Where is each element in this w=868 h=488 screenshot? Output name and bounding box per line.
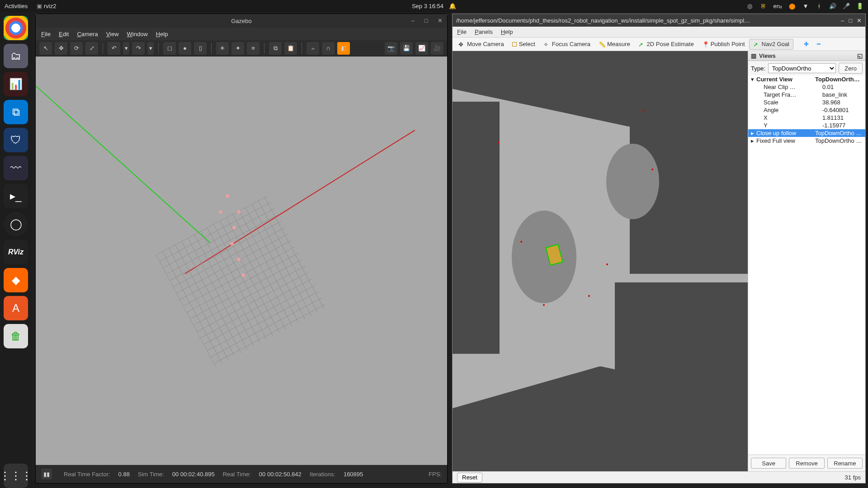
maximize-button[interactable]: □ bbox=[422, 16, 431, 25]
minimize-button[interactable]: – bbox=[408, 16, 417, 25]
menu-view[interactable]: View bbox=[106, 31, 119, 38]
cylinder-primitive-icon[interactable]: ▯ bbox=[194, 42, 207, 55]
tool-nav2-goal[interactable]: ➚Nav2 Goal bbox=[749, 39, 793, 50]
screen-record-icon[interactable]: ⬤ bbox=[788, 3, 796, 10]
dock-vscode[interactable]: ⧉ bbox=[4, 100, 28, 124]
realtime-value: 00 00:02:50.842 bbox=[259, 471, 302, 478]
menu-panels[interactable]: Panels bbox=[475, 28, 493, 35]
rviz-menubar: File Panels Help bbox=[453, 27, 865, 38]
dock-gazebo[interactable]: ◆ bbox=[4, 268, 28, 292]
dock-terminal[interactable]: ▸_ bbox=[4, 184, 28, 208]
undo-icon[interactable]: ↶ bbox=[108, 42, 120, 55]
menu-window[interactable]: Window bbox=[127, 31, 148, 38]
sim-obstacle bbox=[237, 258, 241, 261]
fps-display: 31 fps bbox=[845, 474, 861, 481]
rotate-tool-icon[interactable]: ⟳ bbox=[70, 42, 83, 55]
sphere-primitive-icon[interactable]: ● bbox=[179, 42, 191, 55]
activities-button[interactable]: Activities bbox=[5, 3, 28, 9]
panel-float-icon[interactable]: ◱ bbox=[857, 52, 863, 59]
light-dir-icon[interactable]: ≡ bbox=[247, 42, 259, 55]
log-icon[interactable]: 💾 bbox=[400, 42, 413, 55]
app-indicator[interactable]: ▣ rviz2 bbox=[37, 3, 56, 9]
nav2-icon: ➚ bbox=[753, 41, 760, 47]
rviz-titlebar[interactable]: /home/jefferson/Documents/phd_thesis/ros… bbox=[453, 14, 865, 27]
rviz-window: /home/jefferson/Documents/phd_thesis/ros… bbox=[452, 14, 866, 483]
focus-icon: ✧ bbox=[543, 41, 550, 47]
minimize-button[interactable]: – bbox=[841, 17, 844, 24]
rviz-toolbar: ✥Move Camera Select ✧Focus Camera 📏Measu… bbox=[453, 38, 865, 51]
mic-icon[interactable]: 🎤 bbox=[843, 3, 850, 10]
light-point-icon[interactable]: ☀ bbox=[216, 42, 229, 55]
dock-rviz[interactable]: RViz bbox=[4, 240, 28, 264]
sim-obstacle bbox=[230, 242, 234, 245]
snap-icon[interactable]: ∩ bbox=[322, 42, 335, 55]
zero-button[interactable]: Zero bbox=[839, 63, 863, 74]
dock-security[interactable]: 🛡 bbox=[4, 128, 28, 152]
scale-tool-icon[interactable]: ⤢ bbox=[85, 42, 98, 55]
gazebo-3d-view[interactable] bbox=[36, 56, 447, 465]
align-icon[interactable]: ⫠ bbox=[307, 42, 319, 55]
close-button[interactable]: ✕ bbox=[435, 16, 444, 25]
menu-file[interactable]: File bbox=[41, 31, 51, 38]
dock-activity[interactable]: 〰 bbox=[4, 156, 28, 180]
maximize-button[interactable]: □ bbox=[849, 17, 852, 24]
copy-icon[interactable]: ⧉ bbox=[269, 42, 282, 55]
tool-select[interactable]: Select bbox=[508, 39, 539, 50]
clock[interactable]: Sep 3 16:54 bbox=[412, 3, 443, 9]
reset-button[interactable]: Reset bbox=[457, 473, 482, 483]
wifi-icon[interactable]: ▼ bbox=[802, 3, 809, 10]
tool-publish-point[interactable]: 📍Publish Point bbox=[698, 39, 749, 50]
sim-obstacle bbox=[241, 273, 245, 277]
box-primitive-icon[interactable]: ◻ bbox=[163, 42, 176, 55]
tool-move-camera[interactable]: ✥Move Camera bbox=[454, 39, 508, 50]
close-button[interactable]: ✕ bbox=[857, 17, 862, 24]
select-tool-icon[interactable]: ↖ bbox=[39, 42, 52, 55]
dock-trash[interactable]: 🗑 bbox=[4, 324, 28, 348]
menu-edit[interactable]: Edit bbox=[59, 31, 69, 38]
gazebo-window: Gazebo – □ ✕ File Edit Camera View Windo… bbox=[35, 14, 448, 483]
menu-file[interactable]: File bbox=[457, 28, 467, 35]
views-panel-header[interactable]: ▥ Views ◱ bbox=[748, 51, 865, 61]
rviz-3d-view[interactable] bbox=[453, 51, 748, 471]
dock-chrome[interactable] bbox=[4, 16, 28, 40]
tool-add[interactable]: ✚ bbox=[800, 39, 813, 50]
rename-view-button[interactable]: Rename bbox=[827, 458, 863, 469]
paste-icon[interactable]: 📋 bbox=[284, 42, 297, 55]
undo-dropdown-icon[interactable]: ▾ bbox=[123, 42, 129, 55]
record-icon[interactable]: 🎥 bbox=[431, 42, 443, 55]
volume-icon[interactable]: 🔊 bbox=[829, 3, 836, 10]
menu-help[interactable]: Help bbox=[501, 28, 513, 35]
move-camera-icon: ✥ bbox=[458, 41, 465, 47]
bluetooth-icon[interactable]: ᚼ bbox=[816, 3, 823, 10]
obs-tray-icon[interactable]: ◎ bbox=[746, 3, 754, 10]
tool-focus-camera[interactable]: ✧Focus Camera bbox=[539, 39, 594, 50]
menu-camera[interactable]: Camera bbox=[77, 31, 98, 38]
menu-help[interactable]: Help bbox=[156, 31, 168, 38]
ground-grid bbox=[156, 196, 327, 367]
redo-icon[interactable]: ↷ bbox=[132, 42, 145, 55]
dock-monitor[interactable]: 📊 bbox=[4, 72, 28, 96]
pause-button[interactable]: ▮▮ bbox=[41, 469, 52, 479]
remove-view-button[interactable]: Remove bbox=[789, 458, 824, 469]
notification-icon[interactable]: 🔔 bbox=[449, 3, 456, 10]
input-language[interactable]: en₂ bbox=[774, 3, 782, 9]
tool-measure[interactable]: 📏Measure bbox=[594, 39, 634, 50]
battery-icon[interactable]: 🔋 bbox=[856, 3, 863, 10]
save-view-button[interactable]: Save bbox=[751, 458, 786, 469]
gazebo-titlebar[interactable]: Gazebo – □ ✕ bbox=[36, 14, 447, 28]
dock-files[interactable]: 🗂 bbox=[4, 44, 28, 68]
translate-tool-icon[interactable]: ✥ bbox=[55, 42, 67, 55]
plot-icon[interactable]: 📈 bbox=[415, 42, 428, 55]
screenshot-icon[interactable]: 📷 bbox=[385, 42, 397, 55]
dock-obs[interactable]: ◯ bbox=[4, 212, 28, 236]
shield-icon[interactable]: ⛨ bbox=[760, 3, 767, 10]
redo-dropdown-icon[interactable]: ▾ bbox=[147, 42, 154, 55]
tool-2d-pose-estimate[interactable]: ➚2D Pose Estimate bbox=[634, 39, 698, 50]
dock-software[interactable]: A bbox=[4, 296, 28, 320]
light-spot-icon[interactable]: ✦ bbox=[231, 42, 244, 55]
view-angle-icon[interactable]: ◧ bbox=[337, 42, 350, 55]
view-type-select[interactable]: TopDownOrtho bbox=[768, 63, 836, 73]
dock-show-apps[interactable]: ⋮⋮⋮ bbox=[4, 464, 28, 488]
views-tree[interactable]: ▾Current ViewTopDownOrtho … Near Clip …0… bbox=[748, 75, 865, 455]
tool-remove[interactable]: ━ bbox=[813, 39, 825, 50]
